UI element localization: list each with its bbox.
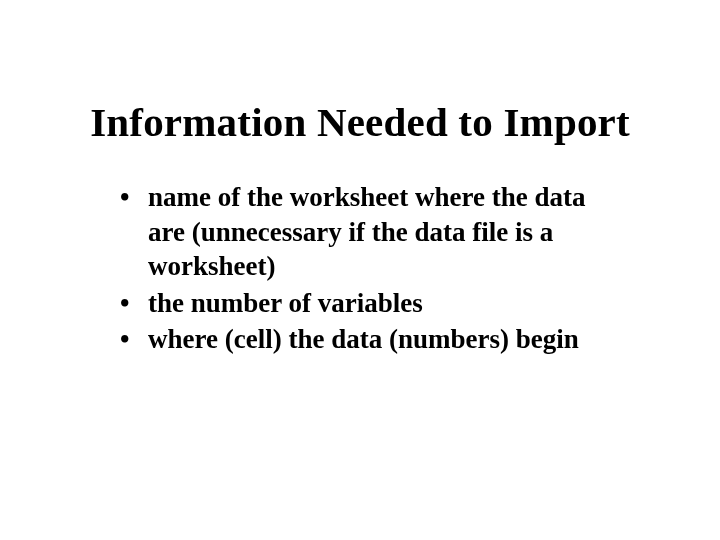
slide-title: Information Needed to Import [0, 98, 720, 146]
list-item: the number of variables [120, 286, 620, 321]
slide: Information Needed to Import name of the… [0, 0, 720, 540]
bullet-list: name of the worksheet where the data are… [120, 180, 620, 357]
list-item: where (cell) the data (numbers) begin [120, 322, 620, 357]
slide-body: name of the worksheet where the data are… [120, 180, 620, 359]
list-item: name of the worksheet where the data are… [120, 180, 620, 284]
